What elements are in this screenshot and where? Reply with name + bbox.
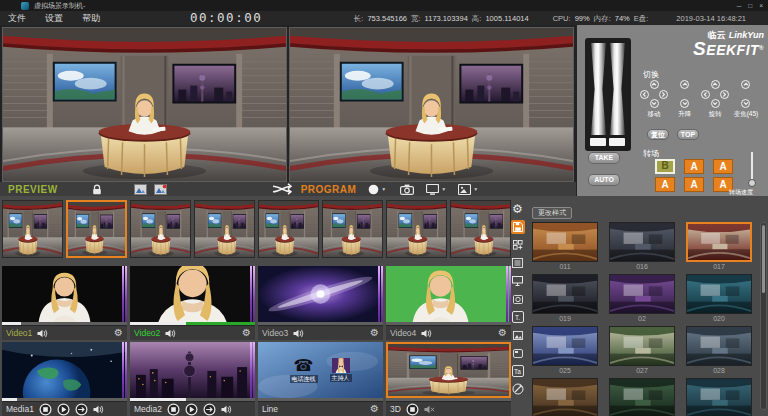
video-thumbnail[interactable] — [386, 266, 511, 322]
stop-button[interactable] — [406, 403, 419, 416]
media-source-cell[interactable]: Media1 — [2, 342, 127, 416]
gallery-scrollbar[interactable] — [760, 222, 767, 410]
image-edit-alt-icon[interactable] — [154, 184, 167, 195]
reset-button[interactable]: 复位 — [647, 129, 669, 140]
camera-preset-thumb[interactable] — [386, 200, 447, 258]
scene-thumbnail[interactable] — [532, 326, 598, 366]
scene-item[interactable]: 02 — [609, 274, 675, 326]
transition-button-a-4[interactable]: A — [684, 177, 704, 192]
t-bar-handle-left[interactable] — [591, 43, 606, 135]
stop-button[interactable] — [39, 403, 52, 416]
speaker-icon[interactable] — [293, 329, 304, 338]
scene-item[interactable]: 025 — [532, 326, 598, 378]
stop-button[interactable] — [167, 403, 180, 416]
dpad-right-button[interactable] — [659, 90, 668, 99]
dpad-up-button[interactable] — [741, 80, 750, 89]
video-source-cell[interactable]: Video2⚙ — [130, 266, 255, 340]
scene-thumbnail[interactable] — [609, 222, 675, 262]
dpad-right-button[interactable] — [720, 90, 729, 99]
video-source-cell[interactable]: Video4⚙ — [386, 266, 511, 340]
top-button[interactable]: TOP — [677, 129, 699, 140]
projector-icon[interactable] — [511, 292, 525, 306]
lock-icon[interactable] — [92, 184, 102, 195]
image-icon[interactable] — [511, 328, 525, 342]
transition-button-a-1[interactable]: A — [684, 159, 704, 174]
media-thumbnail[interactable] — [130, 342, 255, 398]
transition-button-a-2[interactable]: A — [713, 159, 733, 174]
settings-gear-icon[interactable]: ⚙ — [511, 202, 525, 216]
scene-thumbnail[interactable] — [532, 378, 598, 416]
scene-item[interactable] — [609, 378, 675, 416]
dpad-up-button[interactable] — [680, 80, 689, 89]
snapshot-camera-icon[interactable] — [400, 184, 414, 195]
loop-button[interactable] — [75, 403, 88, 416]
layout-add-icon[interactable] — [511, 238, 525, 252]
video-source-cell[interactable]: Video1⚙ — [2, 266, 127, 340]
scene-item[interactable]: 020 — [686, 274, 752, 326]
scene-item[interactable] — [686, 378, 752, 416]
video-thumbnail[interactable] — [2, 266, 127, 322]
scene-thumbnail[interactable] — [686, 222, 752, 262]
image-edit-icon[interactable] — [134, 184, 147, 195]
save-icon[interactable] — [511, 220, 525, 234]
dpad-left-button[interactable] — [640, 90, 649, 99]
dpad-left-button[interactable] — [701, 90, 710, 99]
scene-thumbnail[interactable] — [686, 274, 752, 314]
speaker-icon[interactable] — [221, 405, 232, 414]
dpad-down-button[interactable] — [680, 99, 689, 108]
speaker-icon[interactable] — [165, 329, 176, 338]
three-d-thumbnail[interactable] — [386, 342, 511, 398]
menu-settings[interactable]: 设置 — [45, 12, 63, 25]
playlist-icon[interactable] — [511, 256, 525, 270]
menu-file[interactable]: 文件 — [8, 12, 26, 25]
dpad-down-button[interactable] — [711, 99, 720, 108]
line-thumbnail[interactable]: ☎电话连线主持人 — [258, 342, 383, 398]
scene-thumbnail[interactable] — [686, 378, 752, 416]
snapshot-icon[interactable] — [511, 346, 525, 360]
swap-preview-program-icon[interactable] — [271, 183, 293, 195]
maximize-button[interactable]: □ — [748, 2, 752, 9]
gear-icon[interactable]: ⚙ — [370, 328, 379, 338]
scene-item[interactable]: 019 — [532, 274, 598, 326]
text-style-icon[interactable]: Ta — [511, 364, 525, 378]
gear-icon[interactable]: ⚙ — [498, 328, 507, 338]
scene-item[interactable] — [532, 378, 598, 416]
dpad-up-button[interactable] — [711, 80, 720, 89]
line-source-cell[interactable]: ☎电话连线主持人Line⚙ — [258, 342, 383, 416]
close-button[interactable]: × — [759, 2, 763, 9]
video-thumbnail[interactable] — [258, 266, 383, 322]
camera-preset-thumb[interactable] — [66, 200, 127, 258]
scene-thumbnail[interactable] — [609, 378, 675, 416]
play-button[interactable] — [185, 403, 198, 416]
scene-thumbnail[interactable] — [609, 274, 675, 314]
dpad-up-button[interactable] — [650, 80, 659, 89]
display-icon[interactable] — [511, 274, 525, 288]
auto-button[interactable]: AUTO — [588, 174, 620, 186]
camera-preset-thumb[interactable] — [322, 200, 383, 258]
screen-capture-icon[interactable]: ▼ — [426, 184, 446, 195]
camera-preset-thumb[interactable] — [2, 200, 63, 258]
transition-button-a-3[interactable]: A — [655, 177, 675, 192]
gear-icon[interactable]: ⚙ — [114, 328, 123, 338]
transition-button-b-0[interactable]: B — [655, 159, 675, 174]
gallery-scrollbar-thumb[interactable] — [762, 225, 765, 293]
speaker-icon[interactable] — [37, 329, 48, 338]
loop-button[interactable] — [203, 403, 216, 416]
video-thumbnail[interactable] — [130, 266, 255, 322]
dpad-down-button[interactable] — [650, 99, 659, 108]
camera-preset-thumb[interactable] — [130, 200, 191, 258]
record-icon[interactable]: ▼ — [368, 184, 386, 195]
three-d-source-cell[interactable]: 3D — [386, 342, 511, 416]
camera-preset-thumb[interactable] — [194, 200, 255, 258]
camera-preset-thumb[interactable] — [258, 200, 319, 258]
scene-thumbnail[interactable] — [609, 326, 675, 366]
scene-item[interactable]: 027 — [609, 326, 675, 378]
minimize-button[interactable]: ─ — [737, 2, 742, 9]
media-thumbnail[interactable] — [2, 342, 127, 398]
speaker-muted-icon[interactable] — [424, 405, 435, 414]
speaker-icon[interactable] — [421, 329, 432, 338]
gear-icon[interactable]: ⚙ — [370, 404, 379, 414]
t-bar-fader[interactable] — [585, 38, 631, 151]
menu-help[interactable]: 帮助 — [82, 12, 100, 25]
slider-knob[interactable] — [748, 179, 756, 187]
